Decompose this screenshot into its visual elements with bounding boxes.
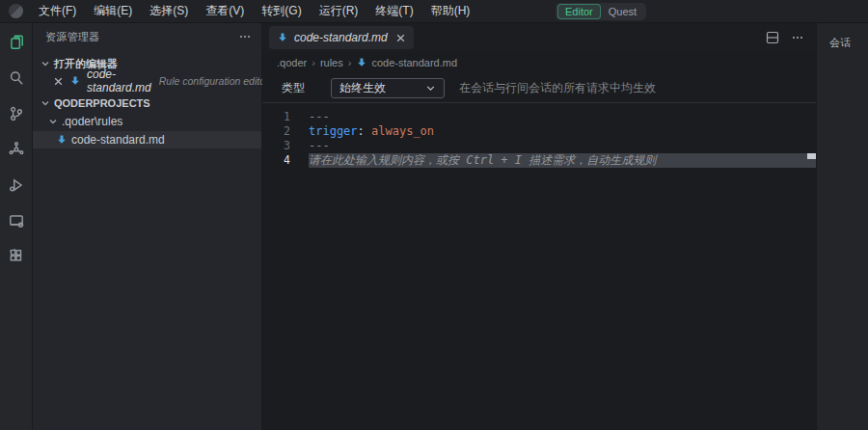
mode-toggle: Editor Quest	[556, 3, 646, 20]
tab-label: code-standard.md	[294, 31, 388, 44]
folder-label: .qoder\rules	[62, 115, 122, 128]
ai-network-icon[interactable]	[7, 140, 26, 159]
source-control-icon[interactable]	[7, 104, 26, 123]
rule-type-form: 类型 始终生效 在会话与行间会话的所有请求中均生效	[262, 73, 816, 102]
breadcrumb-item-qoder[interactable]: .qoder	[277, 57, 307, 68]
chevron-right-icon: ›	[312, 57, 315, 68]
explorer-sidebar: 资源管理器 打开的编辑器 code-standard.md	[33, 23, 262, 430]
yaml-value: always_on	[371, 124, 434, 138]
yaml-delimiter: ---	[309, 139, 330, 152]
explorer-icon[interactable]	[7, 33, 26, 52]
rule-file-icon	[356, 57, 367, 68]
sidebar-header: 资源管理器	[33, 23, 261, 50]
open-file-detail: Rule configuration editor	[159, 75, 269, 87]
project-root-label: QODERPROJECTS	[54, 97, 150, 109]
remote-window-icon[interactable]	[7, 211, 26, 230]
rule-type-select[interactable]: 始终生效	[331, 78, 445, 98]
tree-folder-qoder-rules[interactable]: .qoder\rules	[33, 113, 261, 130]
breadcrumb-item-file[interactable]: code-standard.md	[356, 57, 457, 68]
yaml-key: trigger	[309, 124, 358, 138]
yaml-delimiter: ---	[309, 110, 330, 123]
breadcrumb-item-rules[interactable]: rules	[320, 57, 343, 68]
menu-go[interactable]: 转到(G)	[254, 1, 309, 21]
yaml-colon: :	[358, 124, 371, 138]
rule-file-icon	[277, 32, 288, 43]
chevron-down-icon	[41, 98, 50, 108]
extensions-icon[interactable]	[7, 247, 26, 266]
menu-edit[interactable]: 编辑(E)	[86, 1, 140, 21]
app-window: 文件(F) 编辑(E) 选择(S) 查看(V) 转到(G) 运行(R) 终端(T…	[0, 0, 868, 430]
main-area: 资源管理器 打开的编辑器 code-standard.md	[0, 23, 868, 430]
sidebar-more-actions-icon[interactable]	[238, 30, 252, 43]
tree-root-qoderprojects[interactable]: QODERPROJECTS	[33, 94, 261, 112]
menu-selection[interactable]: 选择(S)	[142, 1, 196, 21]
menu-terminal[interactable]: 终端(T)	[367, 1, 420, 21]
menu-file[interactable]: 文件(F)	[31, 1, 84, 21]
chevron-down-icon	[48, 117, 58, 126]
file-label: code-standard.md	[71, 133, 165, 147]
mode-editor-button[interactable]: Editor	[557, 4, 601, 19]
open-file-name: code-standard.md	[87, 67, 151, 94]
split-editor-icon[interactable]	[766, 31, 779, 44]
rule-type-value: 始终生效	[339, 80, 386, 96]
menu-view[interactable]: 查看(V)	[198, 1, 252, 21]
more-actions-icon[interactable]	[791, 31, 804, 44]
rule-file-icon	[69, 75, 81, 87]
tree-file-code-standard[interactable]: code-standard.md	[33, 131, 261, 148]
tab-close-icon[interactable]	[395, 33, 406, 43]
chevron-right-icon: ›	[348, 57, 352, 68]
code-line-1: 1 ---	[262, 110, 816, 124]
editor-actions	[766, 31, 816, 44]
line-number: 2	[262, 124, 309, 139]
menu-bar: 文件(F) 编辑(E) 选择(S) 查看(V) 转到(G) 运行(R) 终端(T…	[31, 1, 477, 21]
search-icon[interactable]	[7, 68, 26, 88]
editor-group: code-standard.md .qoder › rul	[262, 23, 816, 430]
breadcrumb: .qoder › rules › code-standard.md	[262, 52, 816, 73]
code-line-4-current[interactable]: 4 请在此处输入规则内容，或按 Ctrl + I 描述需求，自动生成规则	[262, 153, 816, 168]
close-icon[interactable]	[53, 76, 64, 87]
code-editor[interactable]: 1 --- 2 trigger: always_on 3 --- 4 请在此处输…	[262, 103, 816, 430]
editor-placeholder: 请在此处输入规则内容，或按 Ctrl + I 描述需求，自动生成规则	[309, 153, 656, 167]
sidebar-title: 资源管理器	[45, 30, 100, 44]
code-line-3: 3 ---	[262, 139, 816, 153]
tab-bar: code-standard.md	[262, 23, 816, 52]
rule-file-icon	[56, 134, 68, 146]
menu-help[interactable]: 帮助(H)	[423, 1, 478, 21]
chevron-down-icon	[425, 83, 436, 94]
app-logo-icon	[9, 4, 23, 18]
activity-bar	[0, 23, 33, 430]
rule-type-hint: 在会话与行间会话的所有请求中均生效	[459, 80, 656, 96]
type-label: 类型	[282, 80, 305, 96]
menu-run[interactable]: 运行(R)	[312, 1, 366, 21]
line-number: 3	[262, 139, 309, 153]
title-bar: 文件(F) 编辑(E) 选择(S) 查看(V) 转到(G) 运行(R) 终端(T…	[0, 0, 868, 23]
chat-panel: 会话	[816, 23, 868, 430]
chevron-down-icon	[41, 59, 50, 68]
open-editor-item[interactable]: code-standard.md Rule configuration edit…	[33, 72, 261, 90]
breadcrumb-file-label: code-standard.md	[371, 57, 457, 68]
tab-code-standard[interactable]: code-standard.md	[269, 26, 414, 49]
overview-ruler-cursor-marker	[807, 153, 816, 159]
chat-panel-title[interactable]: 会话	[817, 23, 868, 50]
line-number-active: 4	[262, 153, 309, 168]
mode-quest-button[interactable]: Quest	[601, 4, 644, 19]
line-number: 1	[262, 110, 309, 124]
run-debug-icon[interactable]	[7, 175, 26, 195]
code-line-2: 2 trigger: always_on	[262, 124, 816, 139]
